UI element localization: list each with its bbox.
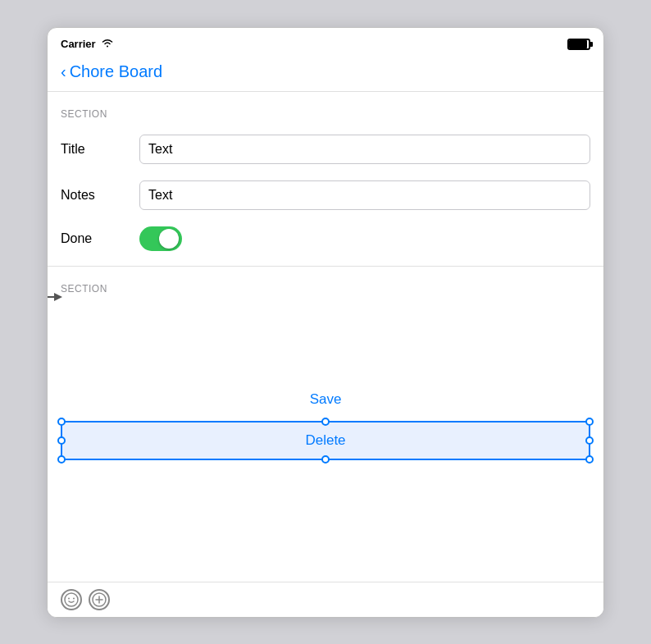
notes-label: Notes xyxy=(61,188,126,203)
handle-mr[interactable] xyxy=(585,436,594,445)
section-label-1: SECTION xyxy=(48,92,603,126)
status-left: Carrier xyxy=(61,38,114,50)
section-label-2: SECTION xyxy=(48,267,603,301)
svg-point-4 xyxy=(73,597,75,599)
back-chevron-icon: ‹ xyxy=(61,63,66,80)
device-frame: Carrier ‹ Chore Board xyxy=(47,27,604,618)
empty-space xyxy=(48,301,603,367)
delete-button[interactable]: Delete xyxy=(62,422,589,459)
done-row: Done xyxy=(48,218,603,259)
done-toggle[interactable] xyxy=(139,226,182,251)
carrier-label: Carrier xyxy=(61,38,96,50)
save-section: Save xyxy=(48,367,603,421)
handle-bl[interactable] xyxy=(57,455,66,464)
handle-ml[interactable] xyxy=(57,436,66,445)
title-row: Title xyxy=(48,126,603,172)
handle-br[interactable] xyxy=(585,455,594,464)
bottom-spacer xyxy=(48,473,603,555)
svg-marker-1 xyxy=(54,293,62,301)
battery-icon xyxy=(567,39,590,50)
bottom-toolbar xyxy=(48,582,603,617)
content-area: SECTION Title Notes Done xyxy=(48,92,603,582)
smiley-icon[interactable] xyxy=(61,589,82,610)
status-bar: Carrier xyxy=(48,28,603,57)
handle-tr[interactable] xyxy=(585,418,594,426)
arrow-indicator xyxy=(48,289,62,308)
done-label: Done xyxy=(61,231,126,246)
save-button[interactable]: Save xyxy=(310,391,342,408)
notes-row: Notes xyxy=(48,172,603,218)
handle-tm[interactable] xyxy=(321,418,330,426)
svg-point-2 xyxy=(65,593,78,606)
handle-tl[interactable] xyxy=(57,418,66,426)
handle-bm[interactable] xyxy=(321,455,330,464)
title-label: Title xyxy=(61,142,126,157)
delete-section: Delete xyxy=(48,421,603,473)
add-icon[interactable] xyxy=(89,589,110,610)
back-label: Chore Board xyxy=(70,62,162,81)
svg-point-3 xyxy=(68,597,70,599)
nav-bar: ‹ Chore Board xyxy=(48,57,603,92)
delete-button-wrapper: Delete xyxy=(61,421,590,460)
back-button[interactable]: ‹ Chore Board xyxy=(61,62,162,81)
notes-input[interactable] xyxy=(139,180,590,210)
title-input[interactable] xyxy=(139,135,590,164)
wifi-icon xyxy=(101,38,114,50)
